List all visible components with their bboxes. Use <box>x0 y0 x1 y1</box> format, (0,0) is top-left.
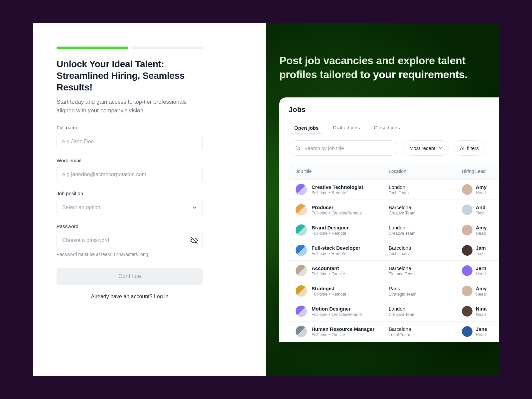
tab-drafted-jobs[interactable]: Drafted jobs <box>328 122 365 134</box>
jobs-title: Jobs <box>289 105 499 114</box>
lead-name: And <box>476 204 485 210</box>
search-icon <box>295 145 301 151</box>
job-icon <box>296 326 307 337</box>
chevron-down-icon <box>438 146 443 150</box>
login-link[interactable]: Log in <box>154 294 169 299</box>
lead-role: Head <box>476 272 486 276</box>
job-title: Producer <box>312 204 389 210</box>
lead-role: Tech <box>476 251 486 256</box>
eye-off-icon <box>191 237 198 244</box>
progress-step-1 <box>57 47 128 49</box>
job-icon <box>296 224 307 236</box>
lead-role: Head <box>476 191 487 195</box>
password-input[interactable] <box>57 232 203 249</box>
job-icon <box>296 184 307 195</box>
job-title: Creative Technologist <box>312 184 389 190</box>
login-prompt-text: Already have an account? <box>91 294 154 299</box>
lead-role: Head <box>476 312 487 317</box>
job-title: Human Resource Manager <box>312 326 389 332</box>
table-row[interactable]: Brand DesignerFull-time•RemoteLondonCrea… <box>289 220 498 240</box>
job-team: Tech Team <box>389 251 462 256</box>
job-meta: Full-time•On-site <box>312 332 389 337</box>
tab-open-jobs[interactable]: Open jobs <box>289 122 324 134</box>
lead-role: Head <box>476 292 487 297</box>
job-location: Barcelona <box>389 245 462 251</box>
table-row[interactable]: Human Resource ManagerFull-time•On-siteB… <box>289 321 498 341</box>
job-title: Accountant <box>312 265 389 271</box>
svg-line-2 <box>299 149 300 150</box>
job-icon <box>296 285 307 297</box>
column-job-title: Job title <box>296 169 389 174</box>
table-row[interactable]: Creative TechnologistFull-time•RemoteLon… <box>289 179 498 200</box>
job-location: Barcelona <box>389 265 462 271</box>
job-meta: Full-time•Remote <box>312 292 389 297</box>
avatar <box>462 245 472 256</box>
position-select[interactable]: Select an option <box>57 199 203 216</box>
position-label: Job position <box>57 191 203 196</box>
sort-select[interactable]: Most recent <box>403 140 449 156</box>
avatar <box>462 286 472 296</box>
toggle-password-button[interactable] <box>190 236 198 244</box>
job-icon <box>296 204 307 215</box>
job-team: Legal Team <box>389 332 462 337</box>
job-icon <box>296 265 307 276</box>
job-location: London <box>389 306 462 312</box>
job-title: Motion Designer <box>312 306 389 312</box>
jobs-toolbar: Search by job title Most recent All filt… <box>289 140 499 156</box>
table-row[interactable]: ProducerFull-time•On-stite/RemoteBarcelo… <box>289 200 498 220</box>
job-team: Creative Team <box>389 231 462 236</box>
job-location: Barcelona <box>389 204 462 210</box>
tab-closed-jobs[interactable]: Closed jobs <box>368 122 405 134</box>
column-location: Location <box>389 169 462 174</box>
password-label: Password <box>57 223 203 229</box>
avatar <box>462 306 472 317</box>
lead-role: Tech <box>476 211 485 215</box>
job-location: Barcelona <box>389 326 462 332</box>
table-header: Job title Location Hiring Lead <box>289 163 498 179</box>
table-row[interactable]: Full-stack DeveloperFull-time•RemoteBarc… <box>289 240 498 260</box>
login-prompt: Already have an account? Log in <box>57 294 203 300</box>
continue-button[interactable]: Continue <box>57 268 203 285</box>
avatar <box>462 265 472 276</box>
email-label: Work email <box>57 158 203 163</box>
avatar <box>462 225 472 235</box>
jobs-table: Job title Location Hiring Lead Creative … <box>289 163 499 342</box>
avatar <box>462 204 472 215</box>
table-row[interactable]: Motion DesignerFull-time•On-stite/Remote… <box>289 301 498 321</box>
avatar <box>462 184 472 195</box>
avatar <box>462 326 472 337</box>
lead-name: Amy <box>476 184 487 190</box>
lead-name: Amy <box>476 286 487 291</box>
filters-label: All filters <box>460 145 479 151</box>
job-meta: Full-time•Remote <box>312 251 389 256</box>
job-icon <box>296 306 307 317</box>
job-meta: Full-time•On-stite/Remote <box>312 312 389 317</box>
job-meta: Full-time•On-site <box>312 272 389 276</box>
chevron-down-icon <box>192 205 197 210</box>
fullname-input[interactable] <box>57 133 203 150</box>
lead-role: Head <box>476 231 487 236</box>
table-row[interactable]: StrategistFull-time•RemoteParisStrategic… <box>289 281 498 301</box>
job-team: Creative Team <box>389 211 462 215</box>
lead-name: Jam <box>476 245 486 251</box>
filters-button[interactable]: All filters <box>454 140 485 156</box>
jobs-card: Jobs Open jobs Drafted jobs Closed jobs … <box>279 97 499 342</box>
job-team: Tech Team <box>389 191 462 195</box>
job-title: Strategist <box>312 286 389 291</box>
signup-panel: Unlock Your Ideal Talent: Streamlined Hi… <box>33 23 266 376</box>
search-placeholder: Search by job title <box>304 145 344 151</box>
job-location: London <box>389 225 462 230</box>
email-input[interactable] <box>57 166 203 183</box>
search-input[interactable]: Search by job title <box>289 140 398 156</box>
job-title: Brand Designer <box>312 225 389 230</box>
job-location: London <box>389 184 462 190</box>
hero-highlight: your requirements. <box>373 68 467 80</box>
table-row[interactable]: AccountantFull-time•On-siteBarcelonaFina… <box>289 260 498 281</box>
column-hiring-lead: Hiring Lead <box>462 169 492 174</box>
progress-indicator <box>57 47 203 49</box>
svg-point-1 <box>296 146 300 150</box>
job-team: Finance Team <box>389 272 462 276</box>
page-title: Unlock Your Ideal Talent: Streamlined Hi… <box>57 58 203 93</box>
job-location: Paris <box>389 286 462 291</box>
job-meta: Full-time•Remote <box>312 191 389 195</box>
